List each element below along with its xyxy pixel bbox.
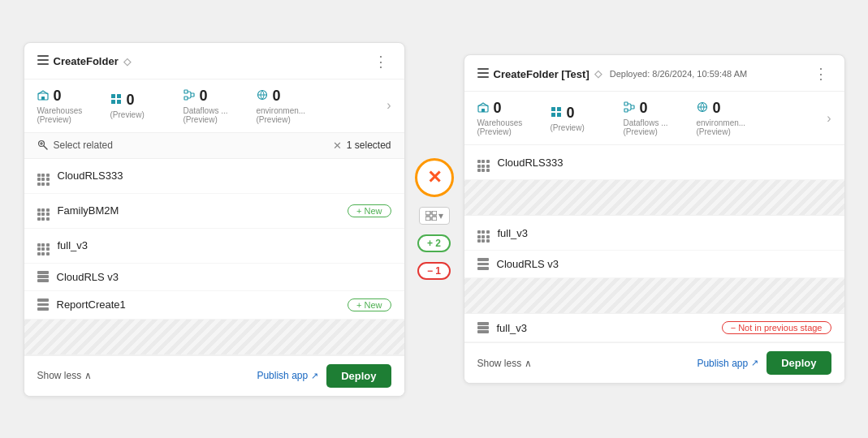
main-container: CreateFolder ◇ ⋮ 0 Warehouses(Preview) bbox=[7, 26, 862, 413]
svg-rect-8 bbox=[117, 100, 121, 104]
svg-rect-28 bbox=[624, 102, 628, 105]
right-stats-chevron[interactable]: › bbox=[827, 111, 831, 126]
grid-icon bbox=[477, 152, 490, 172]
list-item[interactable]: full_v3 − Not in previous stage bbox=[464, 314, 844, 342]
right-panel-header: CreateFolder [Test] ◇ Deployed: 8/26/202… bbox=[464, 55, 844, 92]
grid-icon bbox=[37, 236, 50, 256]
svg-rect-21 bbox=[477, 76, 489, 78]
external-link-icon: ↗ bbox=[311, 371, 318, 381]
env-icon bbox=[257, 89, 268, 103]
right-panel-title: CreateFolder [Test] bbox=[494, 68, 589, 80]
right-panel-title-group: CreateFolder [Test] ◇ Deployed: 8/26/202… bbox=[477, 68, 748, 80]
left-stat-dataflows: 0 Dataflows ...(Preview) bbox=[184, 88, 257, 124]
svg-rect-20 bbox=[477, 72, 489, 74]
svg-rect-9 bbox=[184, 90, 188, 93]
dataflow-icon bbox=[184, 89, 195, 103]
right-stat-warehouses-label: Warehouses(Preview) bbox=[477, 118, 523, 136]
right-panel: CreateFolder [Test] ◇ Deployed: 8/26/202… bbox=[464, 54, 845, 384]
left-item-list: CloudRLS333 FamilyBM2M + New full_v3 bbox=[24, 159, 404, 355]
right-show-less-button[interactable]: Show less ∧ bbox=[477, 358, 533, 369]
select-related-label: Select related bbox=[37, 140, 113, 151]
svg-rect-11 bbox=[191, 93, 194, 97]
list-item[interactable]: ReportCreate1 + New bbox=[24, 291, 404, 320]
bar-chart-icon bbox=[477, 322, 489, 333]
left-stats-chevron[interactable]: › bbox=[386, 98, 391, 113]
svg-rect-16 bbox=[432, 211, 437, 215]
svg-rect-29 bbox=[624, 109, 628, 112]
svg-rect-2 bbox=[37, 63, 49, 65]
grid-icon bbox=[37, 166, 50, 186]
bar-chart-icon bbox=[477, 259, 489, 270]
list-item[interactable]: full_v3 bbox=[24, 229, 404, 264]
right-panel-kebab-button[interactable]: ⋮ bbox=[810, 65, 831, 83]
grid-icon bbox=[37, 201, 50, 221]
left-stat-preview-label: (Preview) bbox=[110, 110, 145, 119]
external-link-icon: ↗ bbox=[751, 358, 758, 368]
left-panel-stats-row: 0 Warehouses(Preview) 0 (Preview) bbox=[24, 79, 404, 133]
left-panel-deploy-icon: ◇ bbox=[123, 56, 131, 67]
svg-rect-26 bbox=[551, 113, 555, 117]
left-stat-dataflows-num: 0 bbox=[200, 88, 208, 105]
right-panel-header-icon bbox=[477, 68, 489, 80]
svg-rect-7 bbox=[111, 100, 115, 104]
middle-controls: ✕ ▾ + 2 − 1 bbox=[405, 158, 464, 280]
right-panel-deploy-icon: ◇ bbox=[594, 68, 602, 79]
right-stat-env-label: environmen...(Preview) bbox=[697, 118, 746, 136]
left-panel-header-icon bbox=[37, 55, 49, 67]
new-badge: + New bbox=[348, 204, 391, 217]
warehouse-icon bbox=[477, 101, 489, 115]
right-item-list: CloudRLS333 full_v3 CloudRLS v3 bbox=[464, 145, 844, 342]
clear-selection-icon[interactable]: ✕ bbox=[333, 140, 342, 152]
hatched-row bbox=[464, 278, 844, 314]
left-panel-kebab-button[interactable]: ⋮ bbox=[370, 53, 391, 71]
svg-rect-27 bbox=[557, 113, 561, 117]
svg-rect-4 bbox=[41, 97, 45, 100]
hatched-row bbox=[464, 180, 844, 216]
sync-status-icon: ✕ bbox=[415, 158, 454, 197]
dropdown-chevron-icon: ▾ bbox=[438, 210, 443, 221]
left-stat-preview: 0 (Preview) bbox=[110, 92, 184, 119]
bar-chart-icon bbox=[37, 299, 49, 311]
show-less-button[interactable]: Show less ∧ bbox=[37, 370, 93, 381]
deployed-info: Deployed: 8/26/2024, 10:59:48 AM bbox=[610, 69, 747, 79]
preview-icon bbox=[110, 93, 122, 107]
svg-rect-15 bbox=[425, 211, 430, 215]
list-item[interactable]: FamilyBM2M + New bbox=[24, 194, 404, 229]
right-deploy-button[interactable]: Deploy bbox=[767, 351, 831, 375]
right-panel-footer: Show less ∧ Publish app ↗ Deploy bbox=[464, 342, 844, 383]
deploy-button[interactable]: Deploy bbox=[326, 364, 391, 388]
list-item[interactable]: CloudRLS333 bbox=[24, 159, 404, 194]
left-stat-warehouses: 0 Warehouses(Preview) bbox=[37, 88, 110, 124]
chevron-up-icon: ∧ bbox=[84, 370, 92, 381]
publish-app-button[interactable]: Publish app ↗ bbox=[257, 370, 318, 381]
sync-x-icon: ✕ bbox=[427, 167, 442, 188]
right-publish-app-button[interactable]: Publish app ↗ bbox=[697, 358, 758, 369]
right-stat-preview-num: 0 bbox=[567, 105, 575, 122]
left-panel: CreateFolder ◇ ⋮ 0 Warehouses(Preview) bbox=[24, 42, 405, 397]
svg-rect-6 bbox=[117, 94, 121, 98]
new-badge: + New bbox=[348, 298, 391, 311]
right-stat-env-num: 0 bbox=[713, 100, 721, 117]
left-footer-right: Publish app ↗ Deploy bbox=[257, 364, 391, 388]
hatched-row bbox=[24, 320, 404, 355]
svg-rect-10 bbox=[184, 97, 188, 100]
list-item[interactable]: CloudRLS v3 bbox=[24, 264, 404, 291]
list-item[interactable]: full_v3 bbox=[464, 216, 844, 251]
right-stat-preview-label: (Preview) bbox=[551, 123, 585, 132]
diff-toggle-button[interactable]: ▾ bbox=[419, 207, 450, 225]
left-stat-preview-num: 0 bbox=[127, 92, 135, 109]
left-stat-warehouses-num: 0 bbox=[54, 88, 62, 105]
chevron-up-icon: ∧ bbox=[525, 358, 532, 369]
svg-rect-25 bbox=[557, 107, 561, 111]
removed-badge: − 1 bbox=[417, 262, 451, 280]
left-stat-env: 0 environmen...(Preview) bbox=[257, 88, 330, 124]
right-footer-right: Publish app ↗ Deploy bbox=[697, 351, 831, 375]
selected-badge: ✕ 1 selected bbox=[333, 140, 391, 152]
list-item[interactable]: CloudRLS v3 bbox=[464, 251, 844, 278]
right-stat-dataflows: 0 Dataflows ...(Preview) bbox=[624, 100, 697, 136]
right-stat-env: 0 environmen...(Preview) bbox=[697, 100, 770, 136]
right-stat-dataflows-label: Dataflows ...(Preview) bbox=[624, 118, 668, 136]
not-in-previous-stage-badge: − Not in previous stage bbox=[722, 321, 831, 334]
list-item[interactable]: CloudRLS333 bbox=[464, 145, 844, 180]
left-stat-warehouses-label: Warehouses(Preview) bbox=[37, 106, 83, 124]
